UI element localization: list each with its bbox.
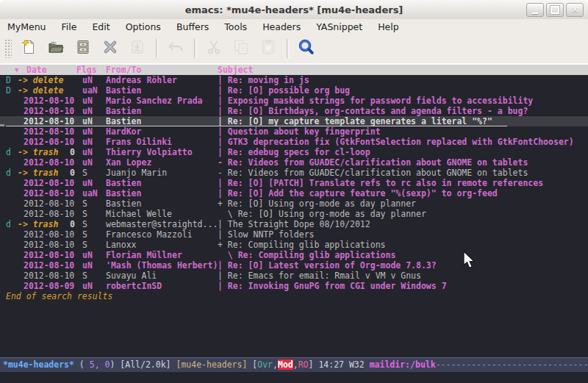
message-flags: uN bbox=[82, 260, 106, 271]
message-subject: - Re: Videos from GUADEC/clarification a… bbox=[218, 157, 528, 168]
message-from: Andreas Röhler bbox=[106, 75, 218, 85]
message-date: 2012-08-10 bbox=[18, 137, 74, 147]
message-row[interactable]: 2012-08-10SMichael Welle \ Re: [O] Using… bbox=[0, 209, 588, 219]
title-bar[interactable]: emacs: *mu4e-headers* [mu4e-headers] ✕ bbox=[0, 0, 588, 20]
message-row[interactable]: 2012-08-10uaNBastien| Re: [O] Add the ca… bbox=[0, 188, 588, 198]
message-row[interactable]: 2012-08-10uNXan Lopez- Re: Videos from G… bbox=[0, 157, 588, 168]
date-cell: -> delete bbox=[18, 85, 82, 96]
mark-char bbox=[6, 178, 18, 188]
message-from: Florian Müllner bbox=[106, 250, 218, 260]
paste-icon bbox=[259, 38, 277, 59]
minimize-button[interactable] bbox=[526, 3, 544, 17]
message-date: 2012-08-10 bbox=[18, 209, 74, 219]
message-row[interactable]: 2012-08-10uNMario Sanchez Prada| Exposin… bbox=[0, 96, 588, 106]
message-flags: uaN bbox=[82, 85, 106, 96]
new-file-button[interactable] bbox=[18, 37, 40, 60]
window-buttons: ✕ bbox=[526, 3, 584, 17]
date-cell: 2012-08-10 bbox=[18, 188, 82, 198]
column-header-from[interactable]: From/To bbox=[106, 65, 141, 75]
message-subject: | Slow NNTP folders bbox=[218, 229, 315, 240]
message-row[interactable]: d-> trash0SJuanjo Marin- Re: Videos from… bbox=[0, 168, 588, 178]
message-subject: + Re: Compiling glib applications bbox=[218, 240, 385, 250]
menu-item-yasnippet[interactable]: YASnippet bbox=[316, 21, 362, 32]
message-row[interactable]: 2012-08-10SFrancesco Mazzoli| Slow NNTP … bbox=[0, 229, 588, 240]
message-row[interactable]: 2012-08-10uNFlorian Müllner \ Re: Compil… bbox=[0, 250, 588, 260]
column-header-date[interactable]: Date bbox=[26, 65, 47, 75]
message-flags: S bbox=[82, 198, 106, 209]
menu-item-headers[interactable]: Headers bbox=[262, 21, 301, 32]
mark-char bbox=[6, 96, 18, 106]
mark-char bbox=[6, 188, 18, 198]
maximize-icon bbox=[551, 6, 559, 14]
toolbar-separator bbox=[287, 39, 290, 58]
message-flags: uN bbox=[82, 116, 106, 126]
message-date: 2012-08-10 bbox=[18, 198, 74, 209]
message-subject: | Re: moving in js bbox=[218, 75, 309, 85]
modeline-segment-fg: ) bbox=[110, 359, 120, 370]
message-flags: S bbox=[82, 271, 106, 281]
menu-item-help[interactable]: Help bbox=[378, 21, 399, 32]
message-row[interactable]: 2012-08-10SBastien+ Re: [O] Using org-mo… bbox=[0, 198, 588, 209]
close-buffer-button[interactable] bbox=[99, 37, 121, 60]
menu-item-mymenu[interactable]: MyMenu bbox=[7, 21, 46, 32]
toolbar-grip-handle[interactable] bbox=[4, 39, 12, 58]
message-row[interactable]: 2012-08-10SLanoxx+ Re: Compiling glib ap… bbox=[0, 240, 588, 250]
mark-char bbox=[6, 250, 18, 260]
date-cell: 2012-08-10 bbox=[18, 240, 82, 250]
message-date: 2012-08-10 bbox=[18, 126, 74, 137]
modeline-segment-dim: , bbox=[293, 359, 298, 370]
modeline-segment-pos: 5, 0 bbox=[90, 359, 110, 370]
message-row[interactable]: 2012-08-09uNrobertcInSD| Re: Invoking Gn… bbox=[0, 281, 588, 291]
message-from: Francesco Mazzoli bbox=[106, 229, 218, 240]
message-row[interactable]: 2012-08-10uNBastien| Re: [O] Birthdays, … bbox=[0, 106, 588, 116]
message-flags: uN bbox=[82, 96, 106, 106]
message-subject: - Re: Videos from GUADEC/clarification a… bbox=[218, 168, 528, 178]
close-button[interactable]: ✕ bbox=[566, 3, 584, 17]
save-buffer-button[interactable] bbox=[72, 37, 94, 60]
message-row[interactable]: 2012-08-10uNBastien| Re: [O] [PATCH] Tra… bbox=[0, 178, 588, 188]
menu-item-edit[interactable]: Edit bbox=[92, 21, 110, 32]
menu-item-tools[interactable]: Tools bbox=[224, 21, 247, 32]
column-header-subject[interactable]: Subject bbox=[218, 65, 253, 75]
message-row[interactable]: D-> deleteuNAndreas Röhler| Re: moving i… bbox=[0, 75, 588, 85]
modeline-segment-mode: [mu4e-headers] bbox=[176, 359, 252, 370]
message-date: 2012-08-10 bbox=[18, 96, 74, 106]
menu-item-options[interactable]: Options bbox=[126, 21, 161, 32]
mode-line: *mu4e-headers* ( 5, 0) [All/2.0k] [mu4e-… bbox=[0, 357, 588, 372]
mark-char: D bbox=[6, 85, 18, 96]
message-subject: | Re: Invoking GnuPG from CGI under Wind… bbox=[218, 281, 447, 291]
mark-char bbox=[6, 106, 18, 116]
message-row[interactable]: D-> deleteuaNBastien| Re: [O] possible o… bbox=[0, 85, 588, 96]
menu-bar: MyMenuFileEditOptionsBuffersToolsHeaders… bbox=[0, 19, 588, 34]
column-header-flags[interactable]: Flgs bbox=[76, 65, 97, 75]
close-icon: ✕ bbox=[571, 6, 578, 14]
message-row[interactable]: d-> trash0uNThierry Volpiatto| Re: edebu… bbox=[0, 147, 588, 157]
mark-char: d bbox=[6, 168, 18, 178]
message-date: 2012-08-10 bbox=[18, 260, 74, 271]
copy-icon bbox=[232, 38, 250, 59]
message-row[interactable]: 2012-08-10SSuvayu Ali| Re: Emacs for ema… bbox=[0, 271, 588, 281]
message-flags: S bbox=[82, 229, 106, 240]
undo-icon bbox=[167, 38, 184, 59]
message-row[interactable]: 2012-08-10uN'Mash (Thomas Herbert)| Re: … bbox=[0, 260, 588, 271]
message-row[interactable]: 2012-08-10uNFrans Oilinki| GTK3 deprecat… bbox=[0, 137, 588, 147]
message-row[interactable]: d-> trash0Swebmaster@straightd...| The S… bbox=[0, 219, 588, 229]
search-button[interactable] bbox=[295, 37, 318, 60]
menu-item-buffers[interactable]: Buffers bbox=[176, 21, 209, 32]
message-flags: uN bbox=[82, 281, 106, 291]
maximize-button[interactable] bbox=[546, 3, 564, 17]
mark-char bbox=[6, 209, 18, 219]
search-icon bbox=[298, 38, 315, 59]
modeline-segment-buffer: *mu4e-headers* bbox=[3, 359, 74, 370]
message-row[interactable]: 2012-08-10uNHardKor| Question about key … bbox=[0, 126, 588, 137]
open-file-button[interactable] bbox=[45, 37, 67, 60]
message-subject: | Re: Emacs for email: Rmail v VM v Gnus bbox=[218, 271, 421, 281]
message-flags: S bbox=[82, 168, 106, 178]
message-date: 2012-08-10 bbox=[18, 240, 74, 250]
save-as-icon bbox=[129, 38, 146, 59]
message-subject: | Re: [O] [PATCH] Translate refs to rc a… bbox=[218, 178, 543, 188]
menu-item-file[interactable]: File bbox=[62, 21, 77, 32]
message-from: Bastien bbox=[106, 198, 218, 209]
close-buffer-icon bbox=[101, 38, 119, 59]
message-row[interactable]: 2012-08-10uNBastien| Re: [O] my capture … bbox=[0, 116, 588, 126]
